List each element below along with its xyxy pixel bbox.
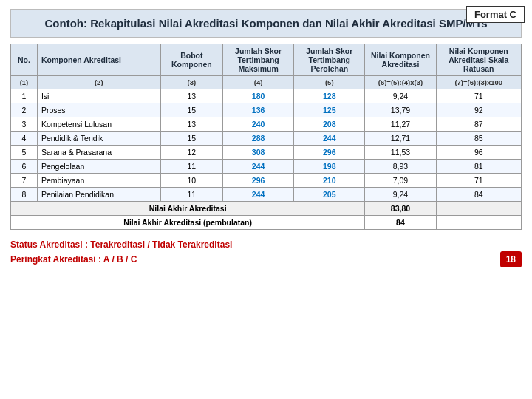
status-section: Status Akreditasi : Terakreditasi / Tida… bbox=[10, 237, 232, 267]
peringkat-colon: : bbox=[98, 254, 103, 265]
status-value-normal: Terakreditasi / bbox=[90, 239, 149, 250]
subh-bobot: (3) bbox=[160, 76, 222, 89]
th-jsperl: Jumlah Skor Tertimbang Perolehan bbox=[294, 44, 365, 76]
nilai-akhir-pembulatan-label: Nilai Akhir Akreditasi (pembulatan) bbox=[11, 216, 365, 230]
status-label: Status Akreditasi bbox=[10, 239, 83, 250]
table-row: 3Kompetensi Lulusan1324020811,2787 bbox=[11, 117, 522, 132]
th-komponen: Komponen Akreditasi bbox=[37, 44, 160, 76]
nilai-akhir-value: 83,80 bbox=[365, 202, 436, 216]
subh-no: (1) bbox=[11, 76, 38, 89]
th-nilai: Nilai Komponen Akreditasi bbox=[365, 44, 436, 76]
main-table: No. Komponen Akreditasi Bobot Komponen J… bbox=[10, 44, 522, 230]
th-no: No. bbox=[11, 44, 38, 76]
nilai-akhir-row: Nilai Akhir Akreditasi 83,80 bbox=[11, 202, 522, 216]
nilai-akhir-label: Nilai Akhir Akreditasi bbox=[11, 202, 365, 216]
th-nilaikomponen: Nilai Komponen Akreditasi Skala Ratusan bbox=[436, 44, 521, 76]
page-number-badge: 18 bbox=[500, 251, 522, 267]
table-row: 1Isi131801289,2471 bbox=[11, 89, 522, 103]
table-row: 8Penilaian Pendidikan112442059,2484 bbox=[11, 188, 522, 202]
nilai-akhir-pembulatan-value: 84 bbox=[365, 216, 436, 230]
page-title: Contoh: Rekapitulasi Nilai Akreditasi Ko… bbox=[10, 9, 522, 38]
table-row: 5Sarana & Prasarana1230829611,5396 bbox=[11, 146, 522, 160]
table-row: 6Pengelolaan112441988,9381 bbox=[11, 160, 522, 174]
subh-nilai: (6)=(5):(4)x(3) bbox=[365, 76, 436, 89]
th-bobot: Bobot Komponen bbox=[160, 44, 222, 76]
subh-komponen: (2) bbox=[37, 76, 160, 89]
table-row: 2Proses1513612513,7992 bbox=[11, 103, 522, 117]
subh-jsperl: (5) bbox=[294, 76, 365, 89]
status-value-strikethrough: Tidak Terakreditasi bbox=[152, 239, 232, 250]
peringkat-label: Peringkat Akreditasi bbox=[10, 254, 96, 265]
subh-nilaikomponen: (7)=(6):(3)x100 bbox=[436, 76, 521, 89]
table-row: 4Pendidik & Tendik1528824412,7185 bbox=[11, 132, 522, 146]
th-jsmaks: Jumlah Skor Tertimbang Maksimum bbox=[223, 44, 294, 76]
peringkat-value: A / B / C bbox=[103, 254, 137, 265]
nilai-akhir-pembulatan-row: Nilai Akhir Akreditasi (pembulatan) 84 bbox=[11, 216, 522, 230]
subh-jsmaks: (4) bbox=[223, 76, 294, 89]
table-row: 7Pembiayaan102962107,0971 bbox=[11, 174, 522, 188]
format-badge: Format C bbox=[466, 6, 525, 23]
